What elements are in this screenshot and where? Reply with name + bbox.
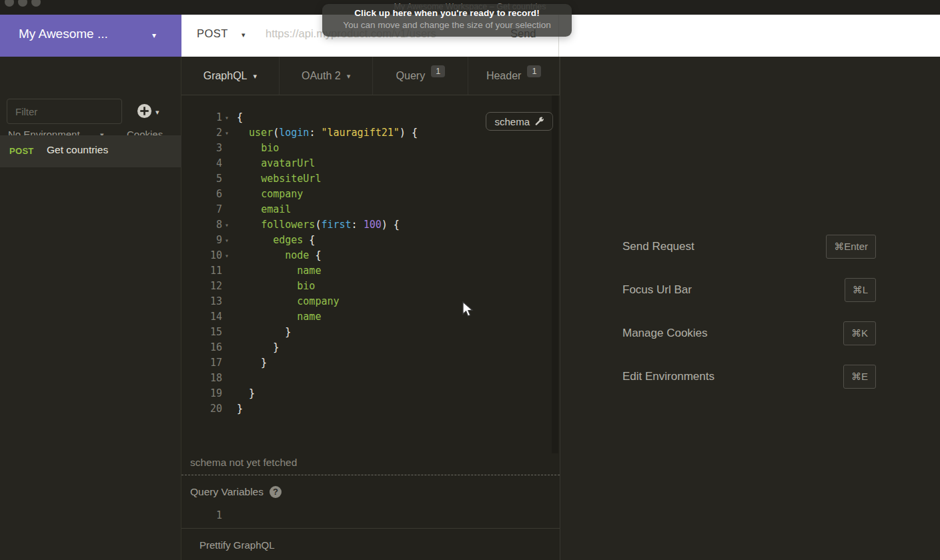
tab-label: GraphQL [203, 70, 248, 82]
tab-header[interactable]: Header1 [468, 57, 560, 95]
line-number: 17 [181, 355, 222, 371]
fold-gutter [222, 263, 237, 279]
sidebar: No Environment ▾ Cookies ▾ POSTGet count… [0, 57, 181, 560]
tooltip-subtitle: You can move and change the size of your… [322, 20, 572, 30]
request-tabbar: GraphQL▾OAuth 2▾Query1Header1 [181, 57, 560, 95]
query-variables-title: Query Variables [190, 486, 264, 498]
add-request-button[interactable] [137, 103, 152, 121]
fold-gutter [222, 340, 237, 355]
tab-oauth-2[interactable]: OAuth 2▾ [280, 57, 374, 95]
request-method-tag: POST [9, 146, 34, 156]
tab-label: Header [486, 70, 521, 82]
fold-caret-icon[interactable]: ▾ [222, 110, 237, 125]
shortcut-keys: ⌘K [843, 321, 876, 345]
shortcut-row: Edit Environments⌘E [622, 364, 876, 389]
line-number: 12 [181, 279, 222, 294]
help-icon[interactable]: ? [270, 486, 282, 498]
tab-query[interactable]: Query1 [373, 57, 468, 95]
tab-count-badge: 1 [527, 65, 541, 77]
prettify-button[interactable]: Prettify GraphQL [199, 539, 275, 551]
fold-gutter [222, 325, 237, 340]
graphql-editor[interactable]: 1▾{2▾ user(login: "lauragift21") {3 bio4… [181, 95, 560, 453]
code-text: bio [237, 141, 279, 156]
code-area: 1▾{2▾ user(login: "lauragift21") {3 bio4… [181, 110, 560, 417]
fold-caret-icon[interactable]: ▾ [222, 248, 237, 263]
plus-circle-icon [137, 103, 152, 119]
line-number: 3 [181, 141, 222, 156]
fold-gutter [222, 202, 237, 217]
request-name: Get countries [47, 144, 108, 156]
request-list-item[interactable]: POSTGet countries [0, 135, 181, 167]
line-number: 16 [181, 340, 222, 355]
fold-caret-icon[interactable]: ▾ [222, 217, 237, 233]
shortcut-label: Edit Environments [622, 370, 715, 383]
line-number: 20 [181, 401, 222, 417]
fold-gutter [222, 401, 237, 417]
code-text: websiteUrl [237, 171, 321, 187]
line-number: 14 [181, 309, 222, 325]
code-text: } [237, 340, 279, 355]
record-tooltip: Click up here when you're ready to recor… [322, 4, 572, 37]
shortcut-keys: ⌘L [845, 278, 876, 302]
shortcut-label: Send Request [622, 240, 694, 253]
code-text: edges { [237, 233, 315, 248]
fold-gutter [222, 187, 237, 202]
code-text: followers(first: 100) { [237, 217, 400, 233]
code-line: 14 name [181, 309, 560, 325]
code-text: company [237, 187, 303, 202]
code-line: 15 } [181, 325, 560, 340]
code-text: user(login: "lauragift21") { [237, 125, 418, 141]
code-line: 20} [181, 401, 560, 417]
code-text: } [237, 325, 291, 340]
prettify-row: Prettify GraphQL [181, 528, 560, 560]
fold-gutter [222, 141, 237, 156]
tab-label: Query [396, 70, 426, 82]
shortcut-label: Manage Cookies [622, 327, 708, 340]
tab-count-badge: 1 [431, 65, 445, 77]
line-number: 15 [181, 325, 222, 340]
code-text: } [237, 355, 267, 371]
method-dropdown[interactable]: POST [197, 27, 228, 40]
chevron-down-icon[interactable]: ▾ [242, 31, 246, 39]
code-text: } [237, 401, 243, 417]
tab-label: OAuth 2 [302, 70, 341, 82]
line-number: 6 [181, 187, 222, 202]
code-line: 13 company [181, 294, 560, 309]
filter-input[interactable] [7, 99, 122, 124]
code-line: 8▾ followers(first: 100) { [181, 217, 560, 233]
tab-graphql[interactable]: GraphQL▾ [181, 57, 280, 95]
code-line: 12 bio [181, 279, 560, 294]
query-variables-header: Query Variables ? [181, 475, 560, 501]
code-text: node { [237, 248, 321, 263]
tooltip-title: Click up here when you're ready to recor… [322, 8, 572, 18]
chevron-down-icon: ▾ [254, 72, 258, 81]
line-number: 10 [181, 248, 222, 263]
shortcut-label: Focus Url Bar [622, 283, 692, 297]
line-number: 1 [181, 110, 222, 125]
response-panel: Send Request⌘EnterFocus Url Bar⌘LManage … [561, 57, 940, 560]
app-window: My Awesome Workspace – Get countries My … [0, 0, 940, 560]
workspace-name: My Awesome ... [19, 27, 108, 41]
wrench-icon [535, 117, 544, 126]
chevron-down-icon[interactable]: ▾ [155, 108, 159, 117]
query-variables-editor[interactable]: 1 [181, 501, 560, 528]
code-line: 6 company [181, 187, 560, 202]
code-line: 9▾ edges { [181, 233, 560, 248]
code-text: name [237, 263, 321, 279]
fold-gutter [222, 279, 237, 294]
fold-caret-icon[interactable]: ▾ [222, 233, 237, 248]
fold-gutter [222, 371, 237, 386]
shortcut-row: Send Request⌘Enter [622, 234, 876, 259]
code-text: name [237, 309, 321, 325]
line-number: 13 [181, 294, 222, 309]
code-text: { [237, 110, 243, 125]
fold-caret-icon[interactable]: ▾ [222, 125, 237, 141]
fold-gutter [222, 355, 237, 371]
code-line: 7 email [181, 202, 560, 217]
fold-gutter [222, 309, 237, 325]
line-number: 11 [181, 263, 222, 279]
editor-scrollbar[interactable] [552, 95, 558, 453]
schema-button[interactable]: schema [486, 112, 553, 131]
line-number: 4 [181, 156, 222, 171]
workspace-dropdown[interactable]: My Awesome ... ▾ [0, 15, 181, 57]
